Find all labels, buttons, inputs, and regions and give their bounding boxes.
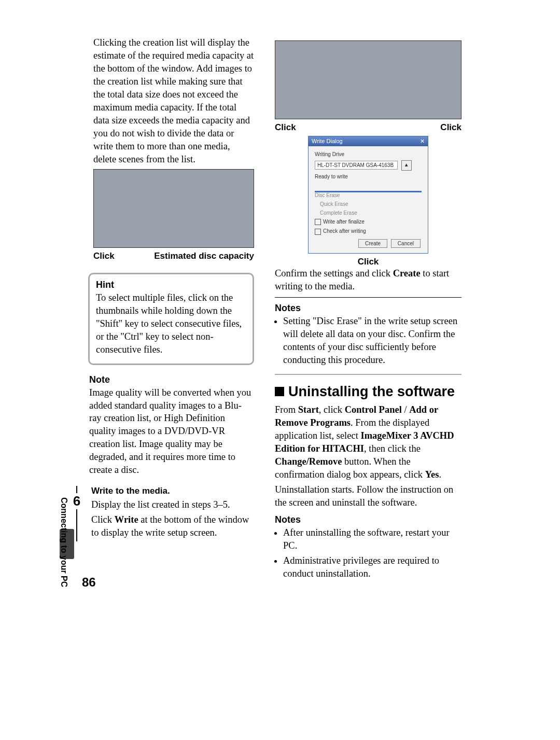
intro-paragraph: Clicking the creation list will display …: [93, 36, 254, 166]
fig2-caption: Click Click: [275, 122, 461, 133]
notes1-title: Notes: [275, 303, 461, 314]
step6-line1: Display the list created in steps 3–5.: [91, 498, 254, 511]
note-text: Image quality will be converted when you…: [89, 386, 253, 477]
complete-erase-option[interactable]: Complete Erase: [315, 210, 422, 216]
notes2-title: Notes: [275, 514, 461, 525]
fig2-caption-right: Click: [440, 122, 461, 133]
fig1-caption-capacity: Estimated disc capacity: [154, 251, 254, 261]
manual-page: Clicking the creation list will display …: [67, 36, 461, 622]
verify-checkbox[interactable]: [315, 229, 321, 235]
writing-drive-label: Writing Drive: [315, 151, 422, 157]
left-column: Clicking the creation list will display …: [67, 36, 254, 588]
screenshot-write-window: [275, 40, 461, 119]
drive-select[interactable]: HL-DT-ST DVDRAM GSA-4163B: [315, 161, 398, 170]
uninstall-paragraph-2: Uninstallation starts. Follow the instru…: [275, 483, 461, 509]
eject-button[interactable]: ▲: [401, 160, 412, 171]
step-number-column: 6: [67, 486, 86, 541]
cancel-button[interactable]: Cancel: [391, 239, 421, 248]
confirm-paragraph: Confirm the settings and click Create to…: [275, 267, 461, 298]
create-button[interactable]: Create: [358, 239, 387, 248]
verify-label: Check after writing: [323, 228, 366, 234]
square-bullet-icon: [275, 387, 284, 396]
uninstall-heading: Uninstalling the software: [275, 384, 461, 400]
close-icon[interactable]: ✕: [420, 138, 425, 145]
step-number: 6: [73, 493, 80, 509]
notes1-item: Setting "Disc Erase" in the write setup …: [283, 315, 461, 367]
fig1-caption-click: Click: [93, 251, 115, 261]
step6-title: Write to the media.: [91, 486, 254, 496]
dialog-caption: Click: [275, 257, 461, 267]
fig2-caption-left: Click: [275, 122, 296, 133]
notes2-item1: After uninstalling the software, restart…: [283, 526, 461, 552]
finalize-checkbox[interactable]: [315, 219, 321, 225]
disc-erase-label: Disc Erase: [315, 192, 422, 198]
page-number: 86: [82, 575, 96, 590]
dialog-title: Write Dialog: [312, 138, 343, 145]
notes2-item2: Administrative privileges are required t…: [283, 554, 461, 580]
hint-title: Hint: [96, 280, 246, 290]
hint-box: Hint To select multiple files, click on …: [88, 273, 254, 365]
note-title: Note: [89, 374, 253, 385]
uninstall-paragraph-1: From Start, click Control Panel / Add or…: [275, 403, 461, 481]
screenshot-creation-list: [93, 169, 254, 248]
step6-line2: Click Write at the bottom of the window …: [91, 513, 254, 539]
quick-erase-option[interactable]: Quick Erase: [315, 201, 422, 207]
hint-text: To select multiple files, click on the t…: [96, 291, 246, 356]
right-column: Click Click Write Dialog ✕ Writing Drive…: [275, 36, 461, 588]
write-dialog: Write Dialog ✕ Writing Drive HL-DT-ST DV…: [308, 136, 428, 254]
finalize-label: Write after finalize: [323, 219, 365, 225]
drive-status: Ready to write: [315, 174, 422, 179]
fig1-caption: Click Estimated disc capacity: [93, 251, 254, 261]
